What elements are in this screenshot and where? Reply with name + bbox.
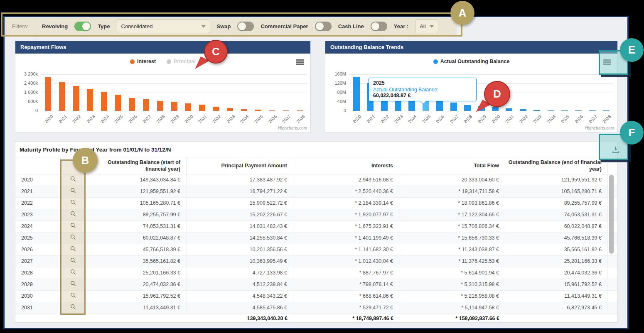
x-axis-label: 2025 — [113, 114, 124, 124]
chart-bar-2037[interactable] — [589, 110, 596, 111]
gridline — [349, 74, 613, 75]
chart-bar-2038[interactable] — [603, 110, 610, 111]
year-cell: 2028 — [15, 267, 61, 279]
column-header-year — [15, 157, 61, 174]
chart-bar-2026[interactable] — [436, 100, 443, 111]
chart-bar-2035[interactable] — [255, 110, 261, 111]
legend-item[interactable]: Interest — [130, 59, 156, 64]
legend-item[interactable]: Actual Outstanding Balance — [433, 59, 510, 64]
start-cell: 25,201,166.33 € — [86, 267, 187, 279]
x-axis-label: 2027 — [449, 114, 459, 124]
chart-tooltip: 2025 Actual Outstanding Balance: 60,022,… — [369, 78, 477, 101]
interests-cell: * 1,920,077.97 € — [293, 209, 399, 220]
x-axis-label: 2032 — [518, 114, 528, 124]
menu-icon[interactable] — [296, 59, 304, 66]
chart-bar-2023[interactable] — [87, 89, 93, 111]
chart-bar-2036[interactable] — [575, 110, 582, 111]
chart-bar-2032[interactable] — [520, 109, 526, 111]
footer-total-cell: * 158,092,937.66 € — [399, 314, 505, 323]
interests-cell: * 887,767.97 € — [293, 267, 399, 279]
total-cell: * 18,093,861.86 € — [399, 198, 505, 209]
table-row-2024: 202474,053,531.31 €14,031,482.43 €* 1,67… — [15, 221, 617, 233]
column-header-principal: Principal Payment Amount — [187, 157, 293, 174]
total-cell: * 5,614,901.94 € — [399, 267, 505, 279]
x-axis-label: 2030 — [490, 114, 501, 124]
chart-bar-2020[interactable] — [353, 77, 360, 111]
chart-bar-2034[interactable] — [548, 110, 554, 111]
x-axis-label: 2024 — [407, 114, 418, 124]
chart-bar-2036[interactable] — [269, 110, 275, 111]
x-axis-label: 2023 — [393, 114, 403, 124]
legend-item[interactable]: Principal — [167, 59, 196, 64]
chart-bar-2031[interactable] — [506, 108, 512, 111]
annotation-b: B — [73, 148, 98, 173]
chart-bar-2037[interactable] — [283, 110, 289, 111]
table-row-2029: 202920,474,032.36 €4,512,239.84 €* 798,0… — [15, 279, 617, 291]
chart-bar-2033[interactable] — [533, 110, 540, 111]
end-cell: 45,766,518.39 € — [505, 233, 608, 244]
chart-bar-2030[interactable] — [492, 107, 499, 111]
chart-bar-2028[interactable] — [464, 105, 471, 111]
y-axis-label: 3 200k — [24, 71, 38, 76]
chart-bar-2027[interactable] — [450, 103, 457, 111]
start-cell: 35,565,161.82 € — [86, 256, 187, 267]
x-axis-label: 2037 — [587, 114, 598, 124]
chart-bar-2033[interactable] — [227, 108, 233, 111]
chart-legend: Actual Outstanding Balance — [325, 54, 617, 64]
plot-area: 0800k1 600k2 400k3 200k20202021202220232… — [41, 74, 307, 111]
end-cell: 105,165,280.71 € — [505, 186, 608, 197]
end-cell: 11,413,449.31 € — [505, 291, 608, 302]
chart-bar-2031[interactable] — [199, 105, 205, 111]
year-cell: 2027 — [15, 256, 61, 267]
chart-bar-2035[interactable] — [561, 110, 568, 111]
end-cell: 35,565,161.82 € — [505, 244, 608, 255]
annotation-f: F — [620, 121, 644, 144]
chart-bar-2030[interactable] — [185, 103, 191, 111]
gridline — [41, 111, 307, 111]
annotation-a: A — [450, 1, 474, 25]
column-header-interests: Interests — [293, 157, 399, 174]
chart-bar-2020[interactable] — [45, 77, 51, 111]
interests-cell: 2,949,516.68 € — [293, 174, 399, 186]
chart-bar-2025[interactable] — [115, 95, 121, 111]
footer-year-cell — [15, 314, 61, 323]
chart-bar-2034[interactable] — [241, 109, 247, 111]
total-cell: * 5,310,315.98 € — [399, 279, 505, 290]
column-header-total: Total Flow — [399, 157, 505, 174]
year-cell: 2026 — [15, 244, 61, 255]
year-cell: 2022 — [15, 198, 61, 209]
total-cell: * 11,376,425.53 € — [399, 256, 505, 267]
annotation-box-b — [60, 159, 86, 315]
table-row-2022: 2022105,165,280.71 €15,909,522.72 €* 2,1… — [15, 198, 617, 209]
table-row-2025: 202560,022,048.87 €14,255,530.84 €* 1,40… — [15, 233, 617, 244]
y-axis-label: 800k — [28, 99, 38, 104]
total-cell: * 11,343,038.87 € — [399, 244, 505, 255]
principal-cell: 4,512,239.84 € — [187, 279, 293, 290]
footer-interests-cell: * 18,749,897.46 € — [293, 314, 399, 323]
chart-bar-2038[interactable] — [297, 110, 303, 111]
chart-bar-2032[interactable] — [213, 107, 219, 111]
maturity-profile-card: Maturity Profile by Financial Year from … — [15, 141, 618, 323]
legend-marker-icon — [433, 59, 438, 64]
year-cell: 2023 — [15, 209, 61, 220]
y-axis-label: 1 600k — [24, 90, 38, 95]
chart-bar-2021[interactable] — [59, 82, 65, 111]
chart-bar-2026[interactable] — [129, 98, 135, 111]
x-axis-label: 2029 — [169, 114, 179, 124]
chart-bar-2029[interactable] — [171, 102, 177, 111]
table-scrollbar[interactable] — [609, 175, 614, 254]
legend-marker-icon — [167, 59, 171, 64]
principal-cell: 10,363,995.49 € — [187, 256, 293, 267]
tooltip-label: Actual Outstanding Balance: — [373, 87, 439, 93]
highcharts-credit: Highcharts.com — [585, 126, 614, 130]
x-axis-label: 2029 — [477, 114, 487, 124]
chart-bar-2027[interactable] — [143, 99, 149, 111]
chart-bar-2022[interactable] — [73, 86, 79, 111]
x-axis-label: 2024 — [99, 114, 110, 124]
interests-cell: * 1,012,430.04 € — [293, 256, 399, 267]
interests-cell: * 2,520,440.36 € — [293, 186, 399, 197]
chart-bar-2024[interactable] — [101, 92, 107, 111]
screen-background: Filters: Revolving Type Consolidated Swa… — [0, 0, 644, 333]
start-cell: 11,413,449.31 € — [86, 302, 187, 313]
chart-bar-2028[interactable] — [157, 101, 163, 111]
